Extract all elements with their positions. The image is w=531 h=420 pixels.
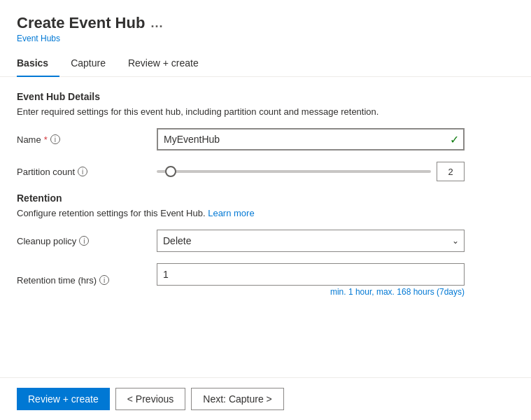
retention-section: Retention Configure retention settings f… bbox=[17, 192, 514, 297]
required-indicator: * bbox=[44, 134, 48, 145]
section-description: Enter required settings for this event h… bbox=[17, 106, 514, 117]
retention-time-label: Retention time (hrs) i bbox=[17, 275, 157, 286]
name-input-wrapper: ✓ bbox=[157, 128, 465, 150]
tab-capture[interactable]: Capture bbox=[59, 50, 117, 77]
name-field-row: Name * i ✓ bbox=[17, 128, 514, 150]
cleanup-policy-control: Delete Compact ⌄ bbox=[157, 230, 465, 252]
previous-button[interactable]: < Previous bbox=[115, 388, 186, 410]
page-title: Create Event Hub bbox=[17, 14, 145, 32]
tab-basics[interactable]: Basics bbox=[17, 50, 59, 77]
main-content: Event Hub Details Enter required setting… bbox=[0, 77, 531, 377]
partition-count-label: Partition count i bbox=[17, 167, 157, 177]
cleanup-policy-label: Cleanup policy i bbox=[17, 236, 157, 246]
retention-description: Configure retention settings for this Ev… bbox=[17, 208, 514, 218]
ellipsis-menu-icon[interactable]: ... bbox=[150, 16, 163, 31]
footer: Review + create < Previous Next: Capture… bbox=[0, 377, 531, 420]
cleanup-policy-select-wrapper: Delete Compact ⌄ bbox=[157, 230, 465, 252]
retention-time-row: Retention time (hrs) i min. 1 hour, max.… bbox=[17, 263, 514, 297]
next-button[interactable]: Next: Capture > bbox=[191, 388, 283, 410]
retention-time-info-icon[interactable]: i bbox=[99, 275, 109, 285]
name-input[interactable] bbox=[157, 128, 465, 150]
slider-wrapper: 2 bbox=[157, 162, 465, 181]
cleanup-policy-select[interactable]: Delete Compact bbox=[157, 230, 465, 252]
review-create-button[interactable]: Review + create bbox=[17, 388, 110, 410]
tabs-bar: Basics Capture Review + create bbox=[0, 50, 531, 77]
name-input-container: ✓ bbox=[157, 128, 465, 150]
retention-time-control: min. 1 hour, max. 168 hours (7days) bbox=[157, 263, 465, 297]
tab-review-create[interactable]: Review + create bbox=[117, 50, 210, 77]
cleanup-info-icon[interactable]: i bbox=[79, 236, 89, 246]
valid-check-icon: ✓ bbox=[450, 133, 459, 146]
page-container: Create Event Hub ... Event Hubs Basics C… bbox=[0, 0, 531, 420]
header: Create Event Hub ... Event Hubs bbox=[0, 0, 531, 50]
name-label: Name * i bbox=[17, 134, 157, 145]
partition-info-icon[interactable]: i bbox=[78, 167, 87, 176]
retention-time-input[interactable] bbox=[157, 263, 465, 286]
page-title-row: Create Event Hub ... bbox=[17, 14, 514, 32]
cleanup-policy-row: Cleanup policy i Delete Compact ⌄ bbox=[17, 230, 514, 252]
breadcrumb[interactable]: Event Hubs bbox=[17, 34, 514, 43]
partition-count-control: 2 bbox=[157, 162, 465, 181]
section-title: Event Hub Details bbox=[17, 91, 514, 102]
learn-more-link[interactable]: Learn more bbox=[208, 208, 254, 218]
partition-slider[interactable] bbox=[157, 170, 431, 173]
partition-value-display: 2 bbox=[437, 162, 465, 181]
retention-title: Retention bbox=[17, 192, 514, 204]
partition-count-row: Partition count i 2 bbox=[17, 162, 514, 181]
event-hub-details-section: Event Hub Details Enter required setting… bbox=[17, 91, 514, 181]
name-info-icon[interactable]: i bbox=[50, 134, 60, 144]
retention-time-hint: min. 1 hour, max. 168 hours (7days) bbox=[157, 287, 465, 297]
